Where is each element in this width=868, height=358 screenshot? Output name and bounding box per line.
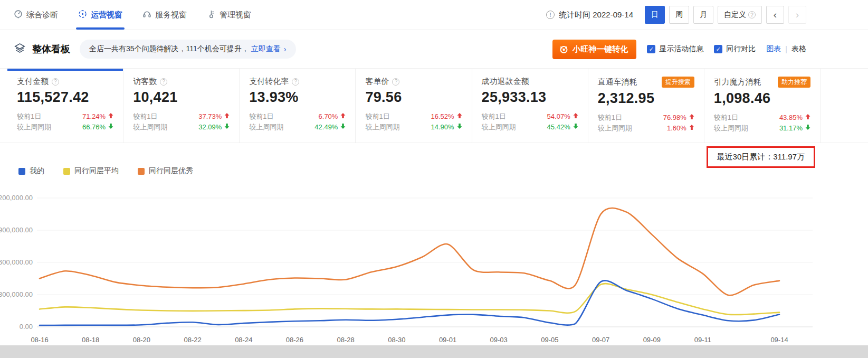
x-axis-tick-label: 09-09 <box>643 336 661 344</box>
metric-compare-row: 较上周同期31.17% <box>714 123 810 134</box>
line-series-我的 <box>40 280 779 325</box>
compare-label: 较前1日 <box>133 111 157 122</box>
x-axis-tick-label: 08-26 <box>286 336 303 344</box>
top-nav-bar: 综合诊断运营视窗服务视窗管理视窗 ! 统计时间 2022-09-14 日周月自定… <box>0 0 868 30</box>
x-axis-tick-label: 08-24 <box>235 336 252 344</box>
compare-label: 较前1日 <box>249 111 273 122</box>
top-nav-item-service[interactable]: 服务视窗 <box>142 0 187 30</box>
metric-compare-row: 较上周同期42.49% <box>249 122 346 133</box>
mascot-icon <box>559 44 569 54</box>
legend-label: 同行同层优秀 <box>149 166 193 176</box>
legend-item-同行同层平均[interactable]: 同行同层平均 <box>63 166 119 176</box>
x-axis-tick-label: 08-22 <box>184 336 201 344</box>
one-click-convert-button[interactable]: 小旺神一键转化 <box>552 40 636 59</box>
compare-label: 较前1日 <box>365 111 389 122</box>
view-chart-tab[interactable]: 图表 <box>766 44 781 54</box>
y-axis-tick-label: 900,000.00 <box>0 226 33 234</box>
y-axis-tick-label: 0.00 <box>20 323 33 331</box>
view-toggle-divider: | <box>785 45 787 53</box>
range-button-周[interactable]: 周 <box>669 6 689 24</box>
compare-label: 较上周同期 <box>598 123 632 134</box>
metric-card-客单价[interactable]: 客单价?79.56较前1日16.52%较上周同期14.90% <box>356 69 472 143</box>
prev-day-button[interactable]: ‹ <box>766 6 784 24</box>
arrow-up-icon <box>805 112 810 123</box>
compare-label: 较上周同期 <box>482 122 516 133</box>
layers-icon <box>14 42 26 56</box>
metric-value: 1,098.46 <box>714 90 810 107</box>
top-nav-item-operations[interactable]: 运营视窗 <box>78 0 122 30</box>
x-axis-tick-label: 08-20 <box>133 336 150 344</box>
page-title: 整体看板 <box>32 43 70 55</box>
arrow-down-icon <box>224 122 230 133</box>
top-nav-item-diagnose[interactable]: 综合诊断 <box>14 0 58 30</box>
help-icon[interactable]: ? <box>392 78 399 86</box>
legend-label: 同行同层平均 <box>74 166 119 176</box>
arrow-up-icon <box>689 112 694 123</box>
compare-label: 较前1日 <box>17 111 41 122</box>
metric-compare-row: 较前1日6.70% <box>249 111 346 122</box>
y-axis-tick-label: 1,200,000.00 <box>0 194 33 202</box>
metric-card-访客数[interactable]: 访客数?10,421较前1日37.73%较上周同期32.09% <box>123 69 240 143</box>
top-nav-item-label: 管理视窗 <box>220 10 251 20</box>
arrow-up-icon <box>573 111 578 122</box>
x-axis-tick-label: 09-05 <box>541 336 558 344</box>
peer-compare-checkbox[interactable]: ✓ 同行对比 <box>714 44 756 54</box>
issues-notice-pill: 全店一共有35个问题待解决，111个机会可提升， 立即查看 › <box>80 40 296 59</box>
next-day-button[interactable]: › <box>788 6 806 24</box>
metric-compare-row: 较前1日76.98% <box>598 112 694 123</box>
metric-title: 访客数 <box>133 77 157 87</box>
range-button-自定义[interactable]: 自定义? <box>718 6 762 24</box>
range-button-月[interactable]: 月 <box>693 6 713 24</box>
metric-value: 13.93% <box>249 89 346 106</box>
arrow-down-icon <box>457 122 462 133</box>
line-series-同行同层平均 <box>40 284 779 315</box>
help-icon[interactable]: ? <box>292 78 299 86</box>
arrow-up-icon <box>340 111 346 122</box>
metric-title: 支付金额 <box>17 77 49 87</box>
metric-card-支付金额[interactable]: 支付金额?115,527.42较前1日71.24%较上周同期66.76% <box>7 69 123 143</box>
show-activity-checkbox[interactable]: ✓ 显示活动信息 <box>647 44 703 54</box>
x-axis-tick-label: 09-03 <box>490 336 508 344</box>
top-nav: 综合诊断运营视窗服务视窗管理视窗 <box>14 0 251 30</box>
view-table-tab[interactable]: 表格 <box>791 44 806 54</box>
checkbox-checked-icon: ✓ <box>647 45 655 53</box>
top-nav-item-manage[interactable]: 管理视窗 <box>207 0 251 30</box>
range-button-日[interactable]: 日 <box>645 6 665 24</box>
operations-icon <box>78 10 87 20</box>
compare-value: 76.98% <box>663 112 694 123</box>
metric-card-成功退款金额[interactable]: 成功退款金额25,933.13较前1日54.07%较上周同期45.42% <box>472 69 588 143</box>
metric-compare-row: 较上周同期32.09% <box>133 122 230 133</box>
trend-chart-panel: 我的同行同层平均同行同层优秀 最近30日累计：311.97万 0.00300,0… <box>0 143 868 345</box>
legend-label: 我的 <box>30 166 44 176</box>
help-icon[interactable]: ? <box>52 78 59 86</box>
legend-swatch <box>63 168 70 175</box>
arrow-up-icon <box>689 123 694 134</box>
date-range-group: 日周月自定义? <box>641 6 762 24</box>
compare-label: 较上周同期 <box>365 122 399 133</box>
recent-30d-total-annotation: 最近30日累计：311.97万 <box>707 146 815 168</box>
legend-item-同行同层优秀[interactable]: 同行同层优秀 <box>138 166 193 176</box>
view-now-link[interactable]: 立即查看 <box>251 44 281 54</box>
topbar-controls: ! 统计时间 2022-09-14 日周月自定义? ‹ › <box>546 6 806 24</box>
compare-value: 37.73% <box>198 111 230 122</box>
metric-title: 客单价 <box>365 77 389 87</box>
metric-card-直通车消耗[interactable]: 直通车消耗提升搜索2,312.95较前1日76.98%较上周同期1.60% <box>588 69 704 143</box>
y-axis-tick-label: 600,000.00 <box>0 258 33 266</box>
chart-legend: 我的同行同层平均同行同层优秀 <box>18 166 193 176</box>
metric-badge[interactable]: 助力推荐 <box>778 77 810 88</box>
metric-compare-row: 较上周同期66.76% <box>17 122 113 133</box>
diagnose-icon <box>14 10 23 20</box>
compare-value: 71.24% <box>82 111 113 122</box>
metric-card-引力魔方消耗[interactable]: 引力魔方消耗助力推荐1,098.46较前1日43.85%较上周同期31.17% <box>704 69 821 143</box>
compare-label: 较前1日 <box>598 112 622 123</box>
x-axis-tick-label: 08-16 <box>31 336 48 344</box>
metric-badge[interactable]: 提升搜索 <box>662 77 694 88</box>
arrow-down-icon <box>340 122 346 133</box>
top-nav-item-label: 运营视窗 <box>91 10 122 20</box>
arrow-down-icon <box>573 122 578 133</box>
compare-label: 较前1日 <box>714 112 738 123</box>
compare-value: 31.17% <box>779 123 810 134</box>
legend-item-我的[interactable]: 我的 <box>18 166 44 176</box>
help-icon[interactable]: ? <box>160 78 167 86</box>
metric-card-支付转化率[interactable]: 支付转化率?13.93%较前1日6.70%较上周同期42.49% <box>240 69 356 143</box>
